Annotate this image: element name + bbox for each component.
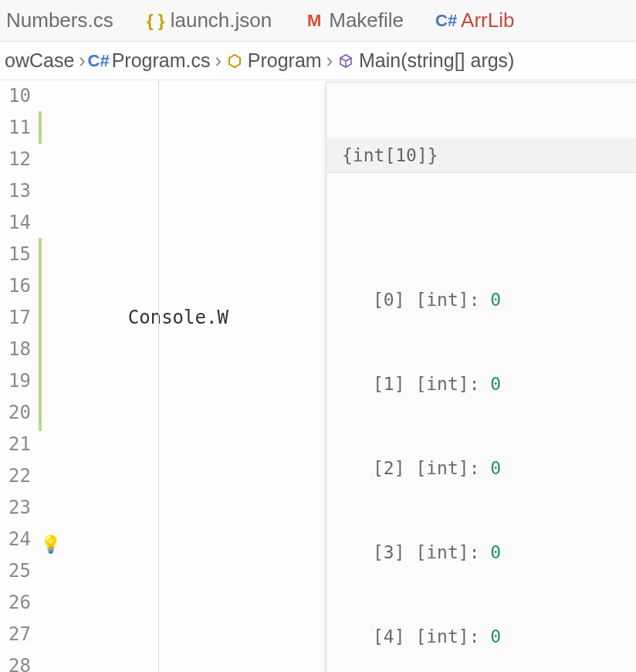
line-number: 27 [0,619,31,650]
lightbulb-icon[interactable]: 💡 [40,528,61,560]
line-number: 10 [0,80,31,112]
indent-guide [158,80,159,672]
line-number: 17 [0,302,31,334]
tab-makefile[interactable]: M Makefile [289,0,421,41]
editor-area[interactable]: 10 11 12 13 14 15 16 17 18 19 20 21 22 2… [0,80,636,672]
line-number: 19 [0,365,31,397]
json-icon: { } [147,12,164,29]
line-number: 20 [0,397,31,429]
tab-launch-json[interactable]: { } launch.json [130,0,289,41]
line-number-gutter: 10 11 12 13 14 15 16 17 18 19 20 21 22 2… [0,80,36,672]
tooltip-row[interactable]: [1] [int]: 0 [373,370,636,399]
line-number: 26 [0,587,31,619]
csharp-icon: C# [90,51,107,71]
crumb-segment: Program.cs [112,49,211,72]
line-number: 14 [0,207,31,239]
csharp-icon: C# [438,12,455,29]
chevron-right-icon: › [326,49,333,72]
line-number: 13 [0,175,31,207]
code-content[interactable]: Console.W int[] num for (int { nums1 } C… [69,80,636,672]
tooltip-row[interactable]: [4] [int]: 0 [373,623,636,651]
line-number: 22 [0,460,31,492]
glyph-margin: 💡 [36,80,69,672]
tooltip-header: {int[10]} [326,138,636,173]
tab-label: ArrLib [461,8,514,32]
tab-label: Numbers.cs [6,8,113,32]
tab-arrlib[interactable]: C# ArrLib [421,0,531,41]
chevron-right-icon: › [215,49,221,72]
class-icon [226,53,243,69]
tooltip-row[interactable]: [3] [int]: 0 [373,538,636,567]
tab-numbers-cs[interactable]: Numbers.cs [0,0,130,41]
line-number: 28 [0,650,31,672]
tooltip-row[interactable]: [0] [int]: 0 [373,286,636,314]
method-icon [337,53,354,69]
line-number: 23 [0,492,31,524]
breadcrumb[interactable]: owCase › C# Program.cs › Program › Main(… [0,42,636,80]
line-number: 25 [0,555,31,587]
tab-label: Makefile [329,8,404,32]
line-number: 15 [0,239,31,270]
line-number: 18 [0,334,31,365]
line-number: 16 [0,270,31,302]
tooltip-body: [0] [int]: 0 [1] [int]: 0 [2] [int]: 0 [… [326,229,636,672]
tab-label: launch.json [171,8,272,32]
line-number: 21 [0,429,31,460]
crumb-segment: Program [248,49,322,72]
debug-hover-tooltip[interactable]: {int[10]} [0] [int]: 0 [1] [int]: 0 [2] … [326,82,636,672]
chevron-right-icon: › [79,49,85,72]
tab-bar: Numbers.cs { } launch.json M Makefile C#… [0,0,636,42]
makefile-icon: M [306,12,323,29]
line-number: 24 [0,524,31,555]
crumb-segment: owCase [5,49,74,72]
tooltip-row[interactable]: [2] [int]: 0 [373,454,636,483]
line-number: 11 [0,112,31,144]
line-number: 12 [0,144,31,175]
crumb-segment: Main(string[] args) [359,49,514,72]
